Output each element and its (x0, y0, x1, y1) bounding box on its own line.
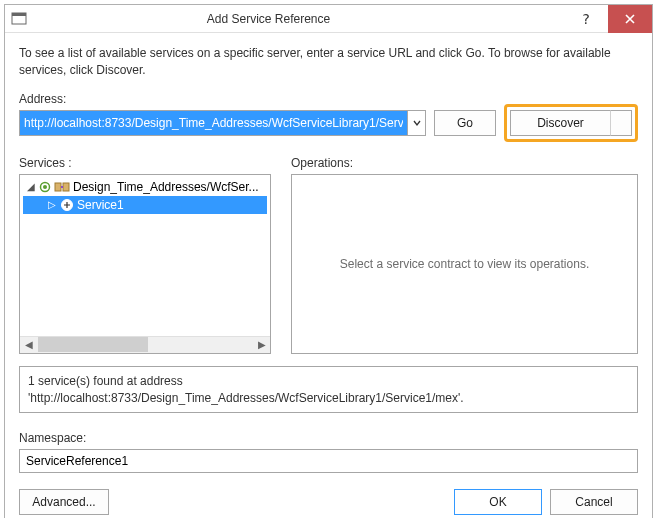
scroll-thumb[interactable] (38, 337, 148, 352)
services-tree[interactable]: ◢ Design_Time_Addresses/WcfSer... ▷ Serv… (19, 174, 271, 354)
address-dropdown-icon[interactable] (407, 111, 425, 135)
contract-icon (60, 198, 74, 212)
scroll-right-icon[interactable]: ▶ (253, 337, 270, 353)
scroll-left-icon[interactable]: ◀ (20, 337, 37, 353)
tree-row-service[interactable]: ▷ Service1 (23, 196, 267, 214)
service-host-icon (54, 179, 70, 195)
tree-item-label: Service1 (77, 198, 124, 212)
status-box: 1 service(s) found at address 'http://lo… (19, 366, 638, 414)
intro-text: To see a list of available services on a… (19, 45, 638, 80)
operations-listbox: Select a service contract to view its op… (291, 174, 638, 354)
expand-icon[interactable]: ▷ (46, 199, 57, 210)
operations-placeholder: Select a service contract to view its op… (340, 257, 589, 271)
tree-row-root[interactable]: ◢ Design_Time_Addresses/WcfSer... (23, 178, 267, 196)
address-combobox[interactable] (19, 110, 426, 136)
advanced-button[interactable]: Advanced... (19, 489, 109, 515)
address-input[interactable] (20, 111, 407, 135)
go-button[interactable]: Go (434, 110, 496, 136)
services-label: Services : (19, 156, 271, 170)
titlebar: Add Service Reference ? (5, 5, 652, 33)
dialog-window: Add Service Reference ? To see a list of… (4, 4, 653, 518)
discover-highlight: Discover (504, 104, 638, 142)
discover-button[interactable]: Discover (510, 110, 610, 136)
namespace-label: Namespace: (19, 431, 638, 445)
radio-icon (39, 181, 51, 193)
svg-point-3 (43, 185, 47, 189)
discover-dropdown-icon[interactable] (610, 110, 632, 136)
collapse-icon[interactable]: ◢ (25, 181, 36, 192)
svg-rect-5 (63, 183, 69, 191)
svg-rect-4 (55, 183, 61, 191)
cancel-button[interactable]: Cancel (550, 489, 638, 515)
status-line: 'http://localhost:8733/Design_Time_Addre… (28, 390, 629, 407)
services-hscrollbar[interactable]: ◀ ▶ (20, 336, 270, 353)
status-line: 1 service(s) found at address (28, 373, 629, 390)
operations-label: Operations: (291, 156, 638, 170)
dialog-title: Add Service Reference (0, 12, 564, 26)
close-button[interactable] (608, 5, 652, 33)
help-button[interactable]: ? (564, 5, 608, 33)
ok-button[interactable]: OK (454, 489, 542, 515)
namespace-input[interactable] (19, 449, 638, 473)
tree-item-label: Design_Time_Addresses/WcfSer... (73, 180, 259, 194)
